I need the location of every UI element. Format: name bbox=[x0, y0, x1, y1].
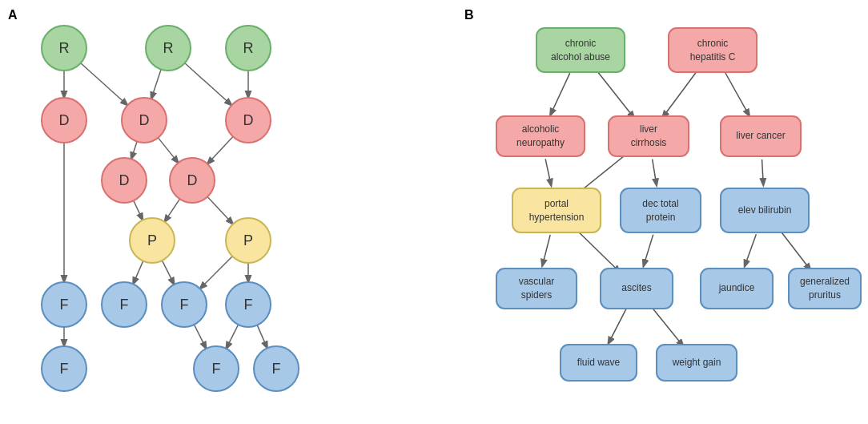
svg-text:spiders: spiders bbox=[521, 289, 553, 301]
svg-rect-69 bbox=[536, 28, 625, 72]
diagram-svg: RRRDDDDDPPFFFFFFFchronicalcohol abusechr… bbox=[0, 0, 868, 424]
svg-text:D: D bbox=[243, 112, 254, 128]
svg-line-1 bbox=[81, 63, 127, 106]
svg-line-64 bbox=[644, 235, 653, 267]
svg-text:P: P bbox=[147, 232, 157, 248]
svg-text:F: F bbox=[120, 297, 129, 313]
svg-line-12 bbox=[163, 260, 175, 285]
svg-line-57 bbox=[725, 72, 749, 116]
svg-line-62 bbox=[542, 235, 550, 266]
svg-text:D: D bbox=[119, 172, 130, 188]
svg-text:R: R bbox=[163, 40, 174, 56]
svg-text:alcoholic: alcoholic bbox=[522, 123, 560, 135]
svg-line-18 bbox=[227, 325, 239, 349]
svg-text:neuropathy: neuropathy bbox=[516, 137, 565, 148]
svg-text:weight gain: weight gain bbox=[672, 357, 721, 368]
svg-line-8 bbox=[134, 200, 143, 220]
svg-line-58 bbox=[545, 159, 551, 185]
svg-line-2 bbox=[151, 70, 161, 99]
svg-text:F: F bbox=[212, 361, 221, 377]
svg-text:P: P bbox=[243, 232, 253, 248]
svg-line-60 bbox=[653, 160, 657, 186]
svg-text:F: F bbox=[60, 297, 69, 313]
svg-text:hypertension: hypertension bbox=[529, 212, 585, 223]
svg-rect-78 bbox=[609, 116, 689, 156]
svg-text:fluid wave: fluid wave bbox=[577, 357, 621, 368]
svg-line-17 bbox=[195, 325, 207, 349]
svg-text:alcohol abuse: alcohol abuse bbox=[551, 51, 610, 63]
svg-line-6 bbox=[158, 138, 178, 163]
svg-line-9 bbox=[165, 199, 180, 221]
svg-line-61 bbox=[762, 160, 764, 185]
svg-line-11 bbox=[133, 261, 143, 285]
svg-rect-91 bbox=[496, 269, 577, 309]
svg-text:F: F bbox=[272, 361, 281, 377]
svg-rect-75 bbox=[496, 116, 585, 156]
svg-text:F: F bbox=[180, 297, 189, 313]
svg-text:portal: portal bbox=[545, 198, 569, 209]
svg-rect-83 bbox=[512, 188, 601, 232]
svg-text:generalized: generalized bbox=[800, 276, 850, 287]
svg-line-19 bbox=[257, 325, 267, 349]
svg-text:R: R bbox=[59, 40, 70, 56]
svg-text:D: D bbox=[187, 172, 198, 188]
svg-line-7 bbox=[207, 136, 233, 164]
svg-text:D: D bbox=[139, 112, 150, 128]
svg-line-68 bbox=[651, 307, 683, 346]
svg-text:jaundice: jaundice bbox=[718, 282, 755, 293]
svg-line-65 bbox=[745, 234, 757, 267]
svg-line-66 bbox=[780, 230, 810, 270]
svg-text:ascites: ascites bbox=[621, 282, 651, 293]
svg-line-54 bbox=[550, 73, 569, 115]
svg-text:F: F bbox=[60, 361, 69, 377]
svg-line-5 bbox=[131, 142, 137, 160]
svg-rect-86 bbox=[621, 188, 701, 232]
svg-text:chronic: chronic bbox=[565, 38, 597, 49]
svg-text:vascular: vascular bbox=[519, 276, 555, 287]
diagram-panel: A B RRRDDDDDPPFFFFFFFchronicalcohol abus… bbox=[0, 0, 868, 424]
svg-line-55 bbox=[597, 70, 634, 118]
svg-line-67 bbox=[609, 309, 626, 344]
svg-text:R: R bbox=[243, 40, 254, 56]
svg-text:liver cancer: liver cancer bbox=[736, 130, 785, 141]
svg-text:F: F bbox=[244, 297, 253, 313]
svg-text:elev bilirubin: elev bilirubin bbox=[738, 204, 792, 216]
svg-rect-72 bbox=[669, 28, 757, 72]
svg-text:pruritus: pruritus bbox=[809, 289, 841, 301]
svg-line-14 bbox=[200, 256, 232, 289]
svg-text:liver: liver bbox=[640, 123, 657, 135]
svg-line-3 bbox=[185, 63, 231, 106]
svg-line-63 bbox=[575, 228, 621, 272]
svg-line-10 bbox=[207, 196, 233, 224]
svg-text:dec total: dec total bbox=[642, 198, 678, 209]
svg-text:chronic: chronic bbox=[697, 38, 729, 49]
svg-text:protein: protein bbox=[646, 212, 676, 223]
svg-text:D: D bbox=[59, 112, 70, 128]
svg-line-56 bbox=[662, 71, 697, 118]
svg-text:cirrhosis: cirrhosis bbox=[631, 137, 667, 148]
svg-text:hepatitis C: hepatitis C bbox=[690, 51, 736, 63]
svg-rect-98 bbox=[789, 269, 861, 309]
